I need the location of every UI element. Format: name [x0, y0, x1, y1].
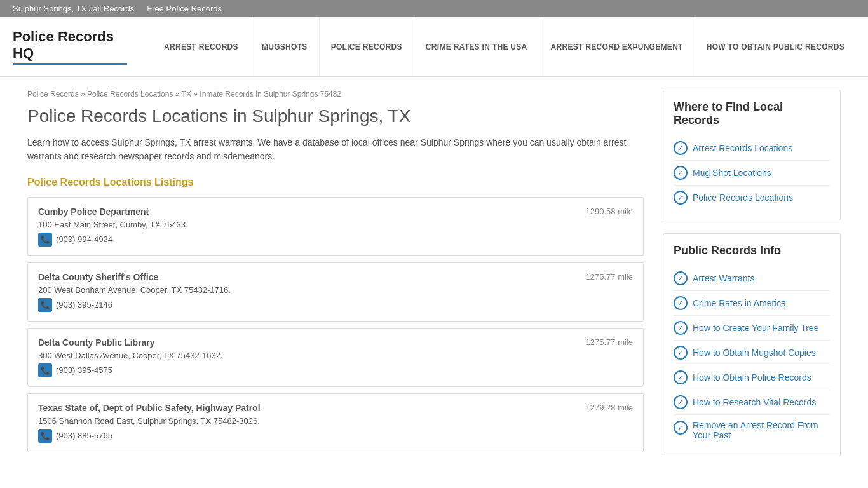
location-distance-3: 1279.28 mile: [586, 403, 633, 412]
location-phone-1: 📞 (903) 395-2146: [38, 298, 633, 312]
page-title: Police Records Locations in Sulphur Spri…: [27, 106, 644, 126]
location-phone-3: 📞 (903) 885-5765: [38, 429, 633, 443]
sidebar-link-arrest-locations[interactable]: ✓ Arrest Records Locations: [674, 136, 830, 161]
listings-heading: Police Records Locations Listings: [27, 177, 644, 188]
location-card-0: Cumby Police Department 1290.58 mile 100…: [27, 197, 644, 256]
check-icon-9: ✓: [674, 395, 688, 409]
location-distance-1: 1275.77 mile: [586, 272, 633, 281]
check-icon-7: ✓: [674, 346, 688, 360]
location-card-1: Delta County Sheriff's Office 1275.77 mi…: [27, 262, 644, 322]
phone-icon-3: 📞: [38, 429, 52, 443]
breadcrumb-locations[interactable]: Police Records Locations: [87, 90, 173, 98]
sidebar-link-mugshot-copies[interactable]: ✓ How to Obtain Mugshot Copies: [674, 341, 830, 365]
sidebar-link-remove-arrest[interactable]: ✓ Remove an Arrest Record From Your Past: [674, 415, 830, 445]
page-description: Learn how to access Sulphur Springs, TX …: [27, 135, 644, 164]
breadcrumb-tx[interactable]: TX: [182, 90, 191, 98]
check-icon-8: ✓: [674, 370, 688, 384]
location-address-3: 1506 Shannon Road East, Sulphur Springs,…: [38, 416, 633, 426]
breadcrumb-police-records[interactable]: Police Records: [27, 90, 79, 98]
main-nav: ARREST RECORDS MUGSHOTS POLICE RECORDS C…: [153, 17, 856, 76]
header: Police Records HQ ARREST RECORDS MUGSHOT…: [0, 17, 868, 77]
check-icon-5: ✓: [674, 296, 688, 310]
location-address-2: 300 West Dallas Avenue, Cooper, TX 75432…: [38, 351, 633, 360]
sidebar-link-police-records[interactable]: ✓ How to Obtain Police Records: [674, 365, 830, 390]
check-icon-6: ✓: [674, 321, 688, 335]
location-name-1: Delta County Sheriff's Office: [38, 272, 158, 282]
phone-icon-0: 📞: [38, 233, 52, 247]
phone-icon-2: 📞: [38, 363, 52, 377]
sidebar-section-find-records: Where to Find Local Records ✓ Arrest Rec…: [663, 90, 841, 220]
sidebar-section-public-info: Public Records Info ✓ Arrest Warrants ✓ …: [663, 233, 841, 456]
breadcrumb-inmate[interactable]: Inmate Records in Sulphur Springs 75482: [200, 90, 341, 98]
location-card-3: Texas State of, Dept of Public Safety, H…: [27, 393, 644, 452]
sidebar-heading-public: Public Records Info: [674, 244, 830, 257]
nav-arrest-records[interactable]: ARREST RECORDS: [153, 17, 250, 76]
sidebar: Where to Find Local Records ✓ Arrest Rec…: [663, 90, 841, 469]
location-name-2: Delta County Public Library: [38, 337, 155, 348]
topbar-link-police[interactable]: Free Police Records: [147, 4, 222, 13]
nav-crime-rates[interactable]: CRIME RATES IN THE USA: [414, 17, 539, 76]
page-container: Police Records » Police Records Location…: [15, 77, 853, 482]
sidebar-link-police-locations[interactable]: ✓ Police Records Locations: [674, 186, 830, 210]
location-distance-0: 1290.58 mile: [586, 207, 633, 216]
location-distance-2: 1275.77 mile: [586, 337, 633, 347]
location-phone-2: 📞 (903) 395-4575: [38, 363, 633, 377]
location-name-3: Texas State of, Dept of Public Safety, H…: [38, 403, 261, 413]
nav-police-records[interactable]: POLICE RECORDS: [320, 17, 414, 76]
logo-text: Police Records HQ: [13, 29, 127, 65]
sidebar-link-crime-rates[interactable]: ✓ Crime Rates in America: [674, 291, 830, 316]
sidebar-link-arrest-warrants[interactable]: ✓ Arrest Warrants: [674, 266, 830, 291]
location-card-2: Delta County Public Library 1275.77 mile…: [27, 328, 644, 387]
check-icon-2: ✓: [674, 166, 688, 180]
phone-icon-1: 📞: [38, 298, 52, 312]
sidebar-link-family-tree[interactable]: ✓ How to Create Your Family Tree: [674, 316, 830, 341]
check-icon-3: ✓: [674, 191, 688, 205]
sidebar-link-mugshot-locations[interactable]: ✓ Mug Shot Locations: [674, 161, 830, 186]
top-bar: Sulphur Springs, TX Jail Records Free Po…: [0, 0, 868, 17]
topbar-link-jail[interactable]: Sulphur Springs, TX Jail Records: [13, 4, 134, 13]
sidebar-link-vital-records[interactable]: ✓ How to Research Vital Records: [674, 390, 830, 415]
check-icon-10: ✓: [674, 421, 688, 435]
check-icon-4: ✓: [674, 271, 688, 285]
check-icon-1: ✓: [674, 141, 688, 155]
location-address-1: 200 West Bonham Avenue, Cooper, TX 75432…: [38, 285, 633, 295]
sidebar-heading-find: Where to Find Local Records: [674, 100, 830, 127]
nav-public-records[interactable]: HOW TO OBTAIN PUBLIC RECORDS: [695, 17, 856, 76]
logo[interactable]: Police Records HQ: [13, 17, 140, 76]
breadcrumb: Police Records » Police Records Location…: [27, 90, 644, 98]
location-name-0: Cumby Police Department: [38, 207, 149, 217]
location-phone-0: 📞 (903) 994-4924: [38, 233, 633, 247]
nav-mugshots[interactable]: MUGSHOTS: [250, 17, 320, 76]
main-content: Police Records » Police Records Location…: [27, 90, 644, 469]
location-address-0: 100 East Main Street, Cumby, TX 75433.: [38, 220, 633, 229]
nav-expungement[interactable]: ARREST RECORD EXPUNGEMENT: [539, 17, 695, 76]
